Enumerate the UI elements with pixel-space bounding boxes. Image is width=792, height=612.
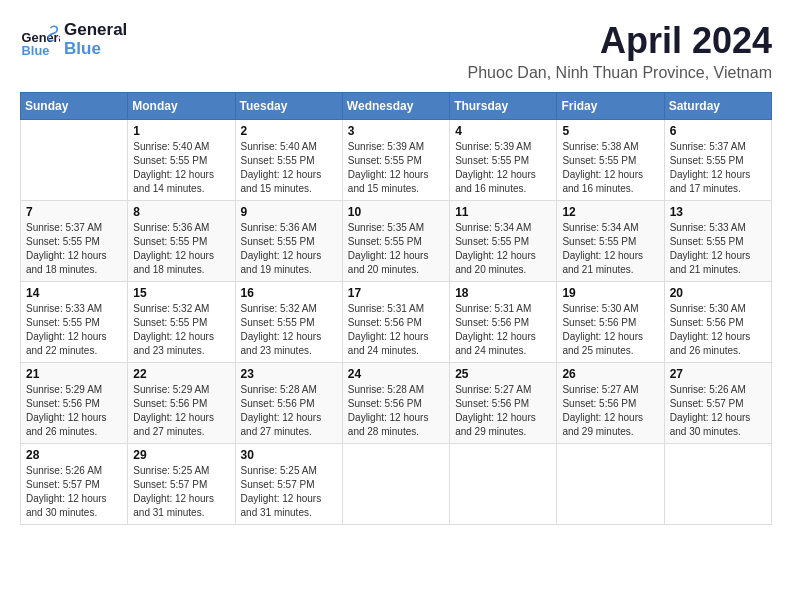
day-info: Sunrise: 5:30 AM Sunset: 5:56 PM Dayligh…	[562, 302, 658, 358]
day-info: Sunrise: 5:26 AM Sunset: 5:57 PM Dayligh…	[26, 464, 122, 520]
weekday-header: Thursday	[450, 93, 557, 120]
day-number: 27	[670, 367, 766, 381]
weekday-header-row: SundayMondayTuesdayWednesdayThursdayFrid…	[21, 93, 772, 120]
day-number: 18	[455, 286, 551, 300]
day-number: 8	[133, 205, 229, 219]
weekday-header: Saturday	[664, 93, 771, 120]
calendar-cell: 7Sunrise: 5:37 AM Sunset: 5:55 PM Daylig…	[21, 201, 128, 282]
calendar-week-row: 28Sunrise: 5:26 AM Sunset: 5:57 PM Dayli…	[21, 444, 772, 525]
calendar-week-row: 1Sunrise: 5:40 AM Sunset: 5:55 PM Daylig…	[21, 120, 772, 201]
calendar-cell	[21, 120, 128, 201]
calendar-cell	[342, 444, 449, 525]
calendar-cell: 6Sunrise: 5:37 AM Sunset: 5:55 PM Daylig…	[664, 120, 771, 201]
day-info: Sunrise: 5:39 AM Sunset: 5:55 PM Dayligh…	[348, 140, 444, 196]
calendar-cell: 28Sunrise: 5:26 AM Sunset: 5:57 PM Dayli…	[21, 444, 128, 525]
calendar-cell: 13Sunrise: 5:33 AM Sunset: 5:55 PM Dayli…	[664, 201, 771, 282]
calendar-cell	[664, 444, 771, 525]
calendar-cell: 1Sunrise: 5:40 AM Sunset: 5:55 PM Daylig…	[128, 120, 235, 201]
page-header: General Blue General Blue April 2024 Phu…	[20, 20, 772, 82]
calendar-cell: 10Sunrise: 5:35 AM Sunset: 5:55 PM Dayli…	[342, 201, 449, 282]
calendar-cell: 11Sunrise: 5:34 AM Sunset: 5:55 PM Dayli…	[450, 201, 557, 282]
day-number: 23	[241, 367, 337, 381]
day-number: 10	[348, 205, 444, 219]
day-number: 21	[26, 367, 122, 381]
day-number: 5	[562, 124, 658, 138]
logo-blue: Blue	[64, 40, 127, 59]
day-info: Sunrise: 5:34 AM Sunset: 5:55 PM Dayligh…	[562, 221, 658, 277]
weekday-header: Sunday	[21, 93, 128, 120]
calendar-cell: 4Sunrise: 5:39 AM Sunset: 5:55 PM Daylig…	[450, 120, 557, 201]
day-info: Sunrise: 5:31 AM Sunset: 5:56 PM Dayligh…	[348, 302, 444, 358]
day-info: Sunrise: 5:38 AM Sunset: 5:55 PM Dayligh…	[562, 140, 658, 196]
day-number: 4	[455, 124, 551, 138]
day-number: 16	[241, 286, 337, 300]
calendar-cell: 20Sunrise: 5:30 AM Sunset: 5:56 PM Dayli…	[664, 282, 771, 363]
day-info: Sunrise: 5:34 AM Sunset: 5:55 PM Dayligh…	[455, 221, 551, 277]
day-number: 22	[133, 367, 229, 381]
weekday-header: Monday	[128, 93, 235, 120]
day-number: 29	[133, 448, 229, 462]
calendar-week-row: 14Sunrise: 5:33 AM Sunset: 5:55 PM Dayli…	[21, 282, 772, 363]
day-info: Sunrise: 5:37 AM Sunset: 5:55 PM Dayligh…	[26, 221, 122, 277]
day-info: Sunrise: 5:29 AM Sunset: 5:56 PM Dayligh…	[133, 383, 229, 439]
day-info: Sunrise: 5:27 AM Sunset: 5:56 PM Dayligh…	[455, 383, 551, 439]
calendar-cell: 24Sunrise: 5:28 AM Sunset: 5:56 PM Dayli…	[342, 363, 449, 444]
calendar-cell: 15Sunrise: 5:32 AM Sunset: 5:55 PM Dayli…	[128, 282, 235, 363]
day-number: 17	[348, 286, 444, 300]
day-number: 3	[348, 124, 444, 138]
day-number: 1	[133, 124, 229, 138]
day-info: Sunrise: 5:36 AM Sunset: 5:55 PM Dayligh…	[241, 221, 337, 277]
day-info: Sunrise: 5:29 AM Sunset: 5:56 PM Dayligh…	[26, 383, 122, 439]
day-info: Sunrise: 5:30 AM Sunset: 5:56 PM Dayligh…	[670, 302, 766, 358]
day-info: Sunrise: 5:37 AM Sunset: 5:55 PM Dayligh…	[670, 140, 766, 196]
calendar-cell	[557, 444, 664, 525]
calendar-cell: 3Sunrise: 5:39 AM Sunset: 5:55 PM Daylig…	[342, 120, 449, 201]
day-info: Sunrise: 5:28 AM Sunset: 5:56 PM Dayligh…	[241, 383, 337, 439]
calendar-cell: 8Sunrise: 5:36 AM Sunset: 5:55 PM Daylig…	[128, 201, 235, 282]
day-number: 7	[26, 205, 122, 219]
calendar-cell: 9Sunrise: 5:36 AM Sunset: 5:55 PM Daylig…	[235, 201, 342, 282]
calendar-cell: 16Sunrise: 5:32 AM Sunset: 5:55 PM Dayli…	[235, 282, 342, 363]
day-info: Sunrise: 5:27 AM Sunset: 5:56 PM Dayligh…	[562, 383, 658, 439]
calendar-cell: 25Sunrise: 5:27 AM Sunset: 5:56 PM Dayli…	[450, 363, 557, 444]
calendar-cell: 5Sunrise: 5:38 AM Sunset: 5:55 PM Daylig…	[557, 120, 664, 201]
day-number: 14	[26, 286, 122, 300]
day-number: 2	[241, 124, 337, 138]
day-number: 28	[26, 448, 122, 462]
weekday-header: Wednesday	[342, 93, 449, 120]
day-number: 6	[670, 124, 766, 138]
calendar-table: SundayMondayTuesdayWednesdayThursdayFrid…	[20, 92, 772, 525]
day-info: Sunrise: 5:25 AM Sunset: 5:57 PM Dayligh…	[133, 464, 229, 520]
day-number: 9	[241, 205, 337, 219]
day-info: Sunrise: 5:26 AM Sunset: 5:57 PM Dayligh…	[670, 383, 766, 439]
day-number: 19	[562, 286, 658, 300]
day-info: Sunrise: 5:31 AM Sunset: 5:56 PM Dayligh…	[455, 302, 551, 358]
calendar-cell: 23Sunrise: 5:28 AM Sunset: 5:56 PM Dayli…	[235, 363, 342, 444]
calendar-title: April 2024	[468, 20, 772, 62]
day-number: 11	[455, 205, 551, 219]
weekday-header: Friday	[557, 93, 664, 120]
calendar-cell: 14Sunrise: 5:33 AM Sunset: 5:55 PM Dayli…	[21, 282, 128, 363]
calendar-cell: 26Sunrise: 5:27 AM Sunset: 5:56 PM Dayli…	[557, 363, 664, 444]
day-number: 13	[670, 205, 766, 219]
calendar-cell	[450, 444, 557, 525]
logo-text-container: General Blue	[64, 21, 127, 58]
day-info: Sunrise: 5:28 AM Sunset: 5:56 PM Dayligh…	[348, 383, 444, 439]
day-info: Sunrise: 5:35 AM Sunset: 5:55 PM Dayligh…	[348, 221, 444, 277]
day-info: Sunrise: 5:33 AM Sunset: 5:55 PM Dayligh…	[670, 221, 766, 277]
calendar-week-row: 21Sunrise: 5:29 AM Sunset: 5:56 PM Dayli…	[21, 363, 772, 444]
calendar-week-row: 7Sunrise: 5:37 AM Sunset: 5:55 PM Daylig…	[21, 201, 772, 282]
title-section: April 2024 Phuoc Dan, Ninh Thuan Provinc…	[468, 20, 772, 82]
calendar-cell: 18Sunrise: 5:31 AM Sunset: 5:56 PM Dayli…	[450, 282, 557, 363]
day-number: 25	[455, 367, 551, 381]
logo-icon: General Blue	[20, 20, 60, 60]
day-number: 20	[670, 286, 766, 300]
calendar-cell: 29Sunrise: 5:25 AM Sunset: 5:57 PM Dayli…	[128, 444, 235, 525]
calendar-cell: 17Sunrise: 5:31 AM Sunset: 5:56 PM Dayli…	[342, 282, 449, 363]
calendar-cell: 30Sunrise: 5:25 AM Sunset: 5:57 PM Dayli…	[235, 444, 342, 525]
day-info: Sunrise: 5:40 AM Sunset: 5:55 PM Dayligh…	[133, 140, 229, 196]
day-number: 26	[562, 367, 658, 381]
day-info: Sunrise: 5:32 AM Sunset: 5:55 PM Dayligh…	[133, 302, 229, 358]
weekday-header: Tuesday	[235, 93, 342, 120]
day-info: Sunrise: 5:36 AM Sunset: 5:55 PM Dayligh…	[133, 221, 229, 277]
